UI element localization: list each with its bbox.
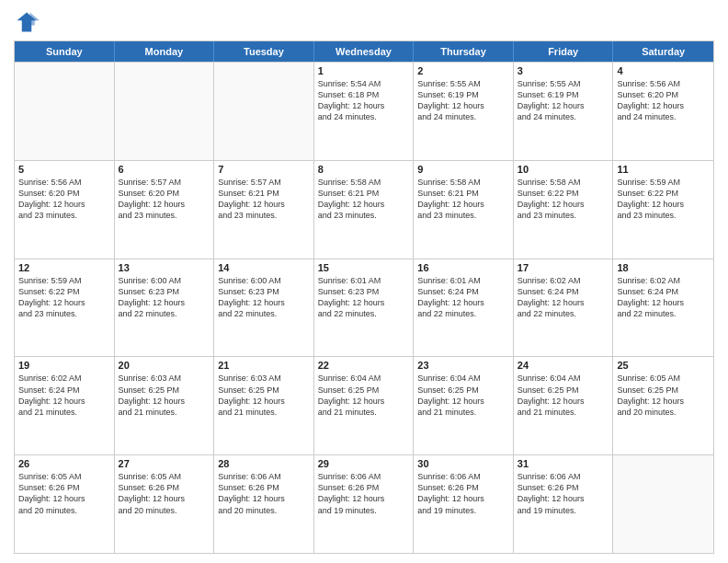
day-number: 9 [417, 164, 509, 175]
calendar-row-1: 1Sunrise: 5:54 AM Sunset: 6:18 PM Daylig… [15, 62, 713, 160]
header-day-saturday: Saturday [613, 41, 713, 62]
day-number: 8 [318, 164, 410, 175]
calendar-cell: 14Sunrise: 6:00 AM Sunset: 6:23 PM Dayli… [214, 259, 314, 357]
cell-info: Sunrise: 5:57 AM Sunset: 6:20 PM Dayligh… [119, 177, 210, 222]
day-number: 28 [218, 458, 310, 469]
day-number: 15 [318, 262, 410, 273]
cell-info: Sunrise: 6:02 AM Sunset: 6:24 PM Dayligh… [617, 275, 710, 320]
cell-info: Sunrise: 6:06 AM Sunset: 6:26 PM Dayligh… [318, 471, 410, 516]
day-number: 7 [218, 164, 310, 175]
calendar-cell: 13Sunrise: 6:00 AM Sunset: 6:23 PM Dayli… [115, 259, 215, 357]
cell-info: Sunrise: 6:04 AM Sunset: 6:25 PM Dayligh… [417, 373, 509, 418]
cell-info: Sunrise: 6:02 AM Sunset: 6:24 PM Dayligh… [18, 373, 110, 418]
cell-info: Sunrise: 6:05 AM Sunset: 6:25 PM Dayligh… [617, 373, 710, 418]
cell-info: Sunrise: 5:55 AM Sunset: 6:19 PM Dayligh… [518, 78, 609, 123]
day-number: 6 [119, 164, 210, 175]
calendar-row-5: 26Sunrise: 6:05 AM Sunset: 6:26 PM Dayli… [15, 454, 713, 553]
calendar-cell: 24Sunrise: 6:04 AM Sunset: 6:25 PM Dayli… [514, 357, 614, 454]
logo [14, 9, 43, 35]
cell-info: Sunrise: 6:06 AM Sunset: 6:26 PM Dayligh… [218, 471, 310, 516]
calendar-cell: 11Sunrise: 5:59 AM Sunset: 6:22 PM Dayli… [613, 161, 713, 259]
day-number: 11 [617, 164, 710, 175]
cell-info: Sunrise: 5:58 AM Sunset: 6:21 PM Dayligh… [417, 177, 509, 222]
calendar-cell [214, 63, 314, 160]
calendar-cell: 7Sunrise: 5:57 AM Sunset: 6:21 PM Daylig… [214, 161, 314, 259]
calendar-cell: 2Sunrise: 5:55 AM Sunset: 6:19 PM Daylig… [414, 63, 514, 160]
day-number: 10 [518, 164, 609, 175]
day-number: 5 [18, 164, 110, 175]
calendar: SundayMondayTuesdayWednesdayThursdayFrid… [14, 40, 714, 554]
calendar-cell: 26Sunrise: 6:05 AM Sunset: 6:26 PM Dayli… [15, 455, 115, 553]
calendar-row-4: 19Sunrise: 6:02 AM Sunset: 6:24 PM Dayli… [15, 356, 713, 454]
calendar-cell: 17Sunrise: 6:02 AM Sunset: 6:24 PM Dayli… [514, 259, 614, 357]
header-day-wednesday: Wednesday [314, 41, 415, 62]
calendar-cell: 8Sunrise: 5:58 AM Sunset: 6:21 PM Daylig… [314, 161, 415, 259]
cell-info: Sunrise: 6:02 AM Sunset: 6:24 PM Dayligh… [518, 275, 609, 320]
header-day-tuesday: Tuesday [214, 41, 314, 62]
header-day-friday: Friday [514, 41, 614, 62]
day-number: 17 [518, 262, 609, 273]
calendar-cell: 6Sunrise: 5:57 AM Sunset: 6:20 PM Daylig… [115, 161, 215, 259]
calendar-cell: 4Sunrise: 5:56 AM Sunset: 6:20 PM Daylig… [613, 63, 713, 160]
calendar-cell: 27Sunrise: 6:05 AM Sunset: 6:26 PM Dayli… [115, 455, 215, 553]
cell-info: Sunrise: 5:56 AM Sunset: 6:20 PM Dayligh… [18, 177, 110, 222]
cell-info: Sunrise: 5:55 AM Sunset: 6:19 PM Dayligh… [417, 78, 509, 123]
cell-info: Sunrise: 5:57 AM Sunset: 6:21 PM Dayligh… [218, 177, 310, 222]
calendar-cell: 25Sunrise: 6:05 AM Sunset: 6:25 PM Dayli… [613, 357, 713, 454]
cell-info: Sunrise: 5:59 AM Sunset: 6:22 PM Dayligh… [617, 177, 710, 222]
calendar-cell [613, 455, 713, 553]
day-number: 3 [518, 65, 609, 76]
calendar-cell: 30Sunrise: 6:06 AM Sunset: 6:26 PM Dayli… [414, 455, 514, 553]
cell-info: Sunrise: 6:00 AM Sunset: 6:23 PM Dayligh… [218, 275, 310, 320]
calendar-cell: 18Sunrise: 6:02 AM Sunset: 6:24 PM Dayli… [613, 259, 713, 357]
calendar-cell: 19Sunrise: 6:02 AM Sunset: 6:24 PM Dayli… [15, 357, 115, 454]
calendar-cell: 20Sunrise: 6:03 AM Sunset: 6:25 PM Dayli… [115, 357, 215, 454]
day-number: 16 [417, 262, 509, 273]
day-number: 30 [417, 458, 509, 469]
cell-info: Sunrise: 6:00 AM Sunset: 6:23 PM Dayligh… [119, 275, 210, 320]
day-number: 19 [18, 360, 110, 371]
day-number: 25 [617, 360, 710, 371]
day-number: 4 [617, 65, 710, 76]
day-number: 1 [318, 65, 410, 76]
calendar-cell: 1Sunrise: 5:54 AM Sunset: 6:18 PM Daylig… [314, 63, 415, 160]
calendar-cell: 16Sunrise: 6:01 AM Sunset: 6:24 PM Dayli… [414, 259, 514, 357]
day-number: 23 [417, 360, 509, 371]
calendar-cell: 9Sunrise: 5:58 AM Sunset: 6:21 PM Daylig… [414, 161, 514, 259]
cell-info: Sunrise: 5:54 AM Sunset: 6:18 PM Dayligh… [318, 78, 410, 123]
calendar-cell: 28Sunrise: 6:06 AM Sunset: 6:26 PM Dayli… [214, 455, 314, 553]
calendar-cell [15, 63, 115, 160]
cell-info: Sunrise: 6:04 AM Sunset: 6:25 PM Dayligh… [518, 373, 609, 418]
calendar-cell: 23Sunrise: 6:04 AM Sunset: 6:25 PM Dayli… [414, 357, 514, 454]
calendar-row-2: 5Sunrise: 5:56 AM Sunset: 6:20 PM Daylig… [15, 160, 713, 259]
calendar-cell [115, 63, 215, 160]
calendar-body: 1Sunrise: 5:54 AM Sunset: 6:18 PM Daylig… [15, 62, 713, 553]
cell-info: Sunrise: 5:59 AM Sunset: 6:22 PM Dayligh… [18, 275, 110, 320]
calendar-header: SundayMondayTuesdayWednesdayThursdayFrid… [15, 41, 713, 62]
cell-info: Sunrise: 6:06 AM Sunset: 6:26 PM Dayligh… [518, 471, 609, 516]
cell-info: Sunrise: 5:58 AM Sunset: 6:22 PM Dayligh… [518, 177, 609, 222]
day-number: 20 [119, 360, 210, 371]
cell-info: Sunrise: 6:01 AM Sunset: 6:24 PM Dayligh… [417, 275, 509, 320]
calendar-cell: 31Sunrise: 6:06 AM Sunset: 6:26 PM Dayli… [514, 455, 614, 553]
day-number: 13 [119, 262, 210, 273]
header-day-monday: Monday [115, 41, 215, 62]
header-day-thursday: Thursday [414, 41, 514, 62]
cell-info: Sunrise: 6:05 AM Sunset: 6:26 PM Dayligh… [119, 471, 210, 516]
cell-info: Sunrise: 6:05 AM Sunset: 6:26 PM Dayligh… [18, 471, 110, 516]
logo-icon [14, 9, 40, 35]
calendar-cell: 10Sunrise: 5:58 AM Sunset: 6:22 PM Dayli… [514, 161, 614, 259]
header-day-sunday: Sunday [15, 41, 115, 62]
day-number: 18 [617, 262, 710, 273]
cell-info: Sunrise: 6:04 AM Sunset: 6:25 PM Dayligh… [318, 373, 410, 418]
cell-info: Sunrise: 6:01 AM Sunset: 6:23 PM Dayligh… [318, 275, 410, 320]
calendar-cell: 5Sunrise: 5:56 AM Sunset: 6:20 PM Daylig… [15, 161, 115, 259]
calendar-cell: 15Sunrise: 6:01 AM Sunset: 6:23 PM Dayli… [314, 259, 415, 357]
day-number: 31 [518, 458, 609, 469]
header [14, 9, 714, 35]
day-number: 2 [417, 65, 509, 76]
calendar-cell: 12Sunrise: 5:59 AM Sunset: 6:22 PM Dayli… [15, 259, 115, 357]
cell-info: Sunrise: 6:06 AM Sunset: 6:26 PM Dayligh… [417, 471, 509, 516]
day-number: 24 [518, 360, 609, 371]
calendar-cell: 22Sunrise: 6:04 AM Sunset: 6:25 PM Dayli… [314, 357, 415, 454]
